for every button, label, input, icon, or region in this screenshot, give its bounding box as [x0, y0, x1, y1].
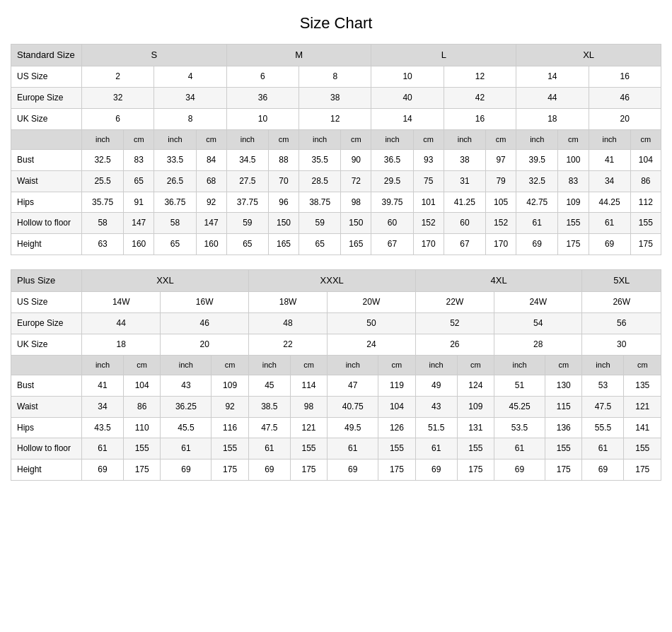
hips-92: 92	[196, 192, 226, 213]
pbust-45: 45	[248, 375, 290, 396]
p-unit-inch-3: inch	[248, 355, 290, 375]
hips-91: 91	[124, 192, 154, 213]
hips-3575: 35.75	[82, 192, 124, 213]
uk-12: 12	[299, 108, 371, 129]
hollow-label: Hollow to floor	[11, 213, 82, 234]
bust-90: 90	[341, 149, 371, 170]
height-67b: 67	[444, 234, 485, 255]
pwaist-86: 86	[123, 396, 160, 417]
standard-size-label: Standard Size	[11, 45, 82, 66]
phollow-61f: 61	[494, 438, 545, 460]
hollow-150a: 150	[268, 213, 299, 234]
pheight-69g: 69	[582, 460, 624, 481]
waist-255: 25.5	[82, 170, 124, 192]
pbust-109: 109	[212, 375, 248, 396]
bust-38: 38	[444, 149, 485, 170]
waist-285: 28.5	[299, 170, 341, 192]
europe-size-row: Europe Size 32 34 36 38 40 42 44 46	[11, 87, 661, 108]
hips-3875: 38.75	[299, 192, 341, 213]
pwaist-4075: 40.75	[328, 396, 378, 417]
pbust-104: 104	[123, 375, 160, 396]
us-size-label: US Size	[11, 66, 82, 88]
m-header: M	[226, 45, 371, 66]
pwaist-104: 104	[378, 396, 415, 417]
height-175b: 175	[630, 234, 661, 255]
uk-24p: 24	[328, 334, 415, 355]
uk-size-plus-row: UK Size 18 20 22 24 26 28 30	[11, 334, 661, 355]
uk-20p: 20	[161, 334, 248, 355]
pheight-175f: 175	[545, 460, 582, 481]
us-size-row: US Size 2 4 6 8 10 12 14 16	[11, 66, 661, 88]
us-size-plus-row: US Size 14W 16W 18W 20W 22W 24W 26W	[11, 292, 661, 313]
pbust-130: 130	[545, 375, 582, 396]
plus-header-row: Plus Size XXL XXXL 4XL 5XL	[11, 269, 661, 291]
hollow-row-standard: Hollow to floor 58 147 58 147 59 150 59 …	[11, 213, 661, 234]
height-63: 63	[82, 234, 124, 255]
p-unit-cm-3: cm	[290, 355, 327, 375]
eu-38: 38	[299, 87, 371, 108]
height-160a: 160	[124, 234, 154, 255]
height-row-plus: Height 69 175 69 175 69 175 69 175 69 17…	[11, 460, 661, 481]
hollow-60a: 60	[371, 213, 413, 234]
phips-555: 55.5	[582, 417, 624, 438]
phips-435: 43.5	[82, 417, 124, 438]
unit-inch-7: inch	[516, 129, 558, 149]
waist-295: 29.5	[371, 170, 413, 192]
phollow-155f: 155	[545, 438, 582, 460]
unit-empty	[11, 129, 82, 149]
uk-size-plus-label: UK Size	[11, 334, 82, 355]
phollow-61g: 61	[582, 438, 624, 460]
unit-inch-4: inch	[299, 129, 341, 149]
p-unit-cm-6: cm	[545, 355, 582, 375]
uk-16: 16	[444, 108, 516, 129]
phips-515: 51.5	[415, 417, 457, 438]
pheight-175b: 175	[212, 460, 248, 481]
bust-335: 33.5	[154, 149, 196, 170]
bust-41: 41	[589, 149, 630, 170]
page-title: Size Chart	[300, 14, 373, 33]
pheight-175a: 175	[123, 460, 160, 481]
us-2: 2	[82, 66, 154, 88]
us-22w: 22W	[415, 292, 494, 313]
pheight-175d: 175	[378, 460, 415, 481]
hollow-plus-label: Hollow to floor	[11, 438, 82, 460]
pheight-69a: 69	[82, 460, 124, 481]
waist-275: 27.5	[226, 170, 268, 192]
bust-325: 32.5	[82, 149, 124, 170]
phips-121: 121	[290, 417, 327, 438]
hips-96: 96	[268, 192, 299, 213]
pwaist-385: 38.5	[248, 396, 290, 417]
unit-inch-3: inch	[226, 129, 268, 149]
bust-84: 84	[196, 149, 226, 170]
waist-265: 26.5	[154, 170, 196, 192]
us-24w: 24W	[494, 292, 582, 313]
pbust-119: 119	[378, 375, 415, 396]
uk-14: 14	[371, 108, 444, 129]
pwaist-109: 109	[457, 396, 494, 417]
height-label: Height	[11, 234, 82, 255]
phollow-155e: 155	[457, 438, 494, 460]
height-165b: 165	[341, 234, 371, 255]
bust-88: 88	[268, 149, 299, 170]
eu-54p: 54	[494, 312, 582, 334]
hips-3975: 39.75	[371, 192, 413, 213]
xl-header: XL	[516, 45, 661, 66]
pbust-47: 47	[328, 375, 378, 396]
pwaist-34: 34	[82, 396, 124, 417]
p-unit-inch-5: inch	[415, 355, 457, 375]
uk-26p: 26	[415, 334, 494, 355]
hollow-155a: 155	[558, 213, 589, 234]
us-26w: 26W	[582, 292, 661, 313]
uk-18p: 18	[82, 334, 161, 355]
us-4: 4	[154, 66, 226, 88]
eu-32: 32	[82, 87, 154, 108]
hips-row-standard: Hips 35.75 91 36.75 92 37.75 96 38.75 98…	[11, 192, 661, 213]
unit-row-standard: inch cm inch cm inch cm inch cm inch cm …	[11, 129, 661, 149]
hips-label: Hips	[11, 192, 82, 213]
height-69b: 69	[589, 234, 630, 255]
size-chart-wrapper: Standard Size S M L XL US Size 2 4 6 8 1…	[11, 44, 661, 495]
waist-plus-label: Waist	[11, 396, 82, 417]
pbust-49: 49	[415, 375, 457, 396]
bust-104: 104	[630, 149, 661, 170]
uk-size-label: UK Size	[11, 108, 82, 129]
